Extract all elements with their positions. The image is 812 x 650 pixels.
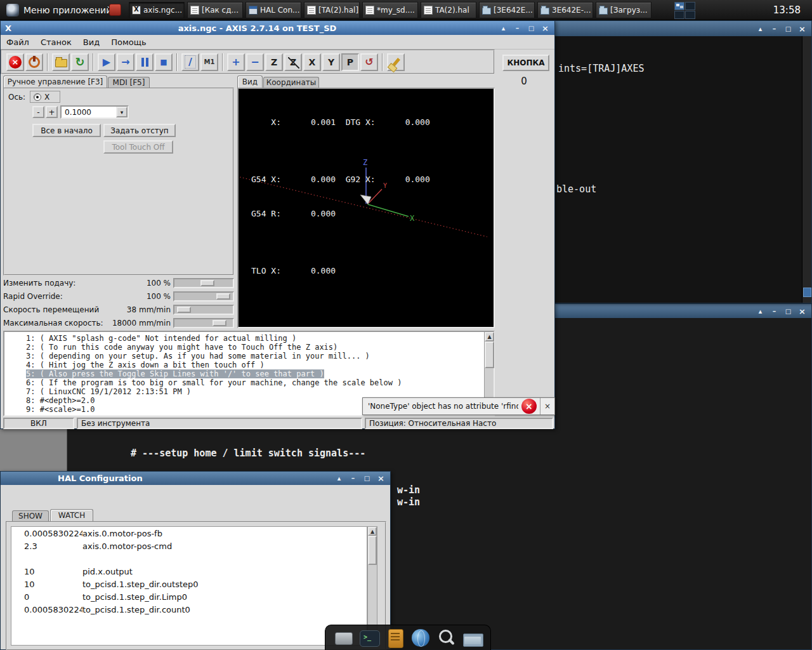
task-button[interactable]: [TA(2).hal] (304, 2, 360, 18)
task-button[interactable]: 3E642E-... (537, 2, 593, 18)
zoom-in-button[interactable]: + (227, 53, 245, 71)
slider-handle[interactable] (200, 280, 214, 286)
text-editor-icon[interactable] (385, 628, 405, 648)
view-front-button[interactable]: Y (322, 53, 340, 71)
search-icon[interactable] (436, 628, 457, 648)
slider-handle[interactable] (177, 307, 191, 313)
close-icon[interactable] (376, 474, 386, 483)
machine-power-button[interactable] (25, 53, 43, 71)
home-all-button[interactable]: Все в начало (32, 124, 101, 137)
shade-icon[interactable] (499, 23, 508, 33)
gcode-line[interactable]: 6: ( If the program is too big or small … (4, 378, 483, 387)
maximize-icon[interactable] (783, 307, 793, 316)
gcode-line[interactable]: 1: ( AXIS "splash g-code" Not intended f… (4, 334, 483, 343)
gcode-line[interactable]: 2: ( To run this code anyway you might h… (4, 343, 483, 352)
maximize-icon[interactable] (527, 23, 536, 33)
jog-increment-combobox[interactable]: 0.1000 (60, 105, 129, 119)
toggle-optional-stop-button[interactable]: M1 (200, 53, 218, 71)
web-browser-icon[interactable] (410, 628, 431, 648)
scrollbar-thumb[interactable] (803, 288, 811, 297)
rotate-view-button[interactable]: ↺ (360, 53, 378, 71)
gcode-line[interactable]: 4: ( Hint jog the Z axis down a bit then… (4, 361, 483, 369)
task-button[interactable]: [Загруз... (596, 2, 652, 18)
toast-close-icon[interactable] (540, 398, 554, 415)
task-button[interactable]: TA(2).hal (421, 2, 476, 18)
maximize-icon[interactable] (362, 474, 372, 483)
reload-button[interactable]: ↻ (71, 53, 89, 71)
open-file-button[interactable] (52, 53, 70, 71)
scrollbar[interactable] (802, 36, 811, 303)
tab-mdi[interactable]: MDI [F5] (108, 77, 150, 88)
file-manager-icon[interactable] (462, 628, 483, 648)
minimize-icon[interactable] (348, 474, 358, 483)
tab-watch[interactable]: WATCH (50, 509, 93, 521)
tab-manual-control[interactable]: Ручное управление [F3] (3, 76, 107, 88)
workspace-3[interactable] (674, 11, 684, 19)
background-window-1-titlebar[interactable] (555, 21, 811, 36)
step-button[interactable]: → (117, 53, 134, 71)
feed-override-slider[interactable] (173, 278, 234, 288)
scroll-up-icon[interactable]: ▲ (485, 332, 494, 342)
workspace-4[interactable] (685, 11, 695, 19)
jog-speed-slider[interactable] (173, 305, 234, 315)
run-button[interactable]: ▶ (98, 53, 115, 71)
workspace-2[interactable] (685, 2, 695, 10)
estop-button[interactable]: × (6, 53, 24, 71)
workspace-1[interactable] (674, 2, 684, 10)
shade-icon[interactable] (756, 307, 765, 316)
hal-titlebar[interactable]: HAL Configuration (1, 472, 390, 485)
rapid-override-slider[interactable] (173, 291, 234, 302)
axis-titlebar[interactable]: axis.ngc - AXIS 2.7.14 on TEST_SD (1, 21, 554, 35)
preview-canvas[interactable]: Z X Y X: 0.001 DTG X: 0.000 G54 X: 0.000… (237, 88, 495, 328)
close-icon[interactable] (797, 307, 807, 316)
pause-button[interactable] (136, 53, 154, 71)
minimize-icon[interactable] (513, 23, 522, 33)
zoom-out-button[interactable]: − (246, 53, 264, 71)
minimize-icon[interactable] (769, 307, 779, 316)
show-desktop-icon[interactable] (333, 628, 353, 648)
close-icon[interactable] (797, 24, 807, 34)
close-icon[interactable] (540, 23, 550, 33)
applications-menu-button[interactable]: Меню приложений (1, 1, 117, 19)
jog-minus-button[interactable]: - (32, 106, 44, 118)
launcher-icon[interactable] (109, 4, 121, 16)
toggle-skip-lines-button[interactable]: / (181, 53, 199, 71)
pyvcp-knopka-button[interactable]: КНОПКА (502, 55, 549, 71)
gcode-line[interactable]: 3: ( depending on your setup. As if you … (4, 352, 483, 361)
scrollbar-thumb[interactable] (368, 536, 377, 565)
scroll-up-icon[interactable]: ▲ (368, 527, 377, 536)
chevron-down-icon[interactable] (116, 107, 128, 117)
slider-handle[interactable] (216, 293, 230, 300)
minimize-icon[interactable] (769, 24, 779, 34)
menu-machine[interactable]: Станок (35, 35, 77, 49)
terminal-icon[interactable] (359, 628, 379, 648)
gcode-line-highlighted[interactable]: 5: ( Also press the Toggle Skip Lines wi… (4, 369, 483, 378)
menu-help[interactable]: Помощь (105, 35, 152, 49)
axis-x-radio[interactable] (34, 93, 41, 101)
task-button[interactable]: [3E642E... (479, 2, 535, 18)
maximize-icon[interactable] (783, 24, 793, 34)
max-velocity-slider[interactable] (173, 318, 234, 328)
slider-handle[interactable] (213, 320, 226, 326)
tool-touch-off-button[interactable]: Tool Touch Off (103, 140, 173, 154)
gcode-line[interactable]: 7: ( LinuxCNC 19/1/2012 2:13:51 PM ) (4, 387, 483, 396)
task-button[interactable]: *my_sd.... (362, 2, 418, 18)
tab-show[interactable]: SHOW (12, 510, 49, 521)
clear-plot-button[interactable] (387, 53, 405, 71)
touch-off-button[interactable]: Задать отступ (103, 124, 176, 137)
view-rotated-top-button[interactable]: Z (284, 53, 302, 71)
workspace-pager[interactable] (674, 2, 695, 19)
task-button[interactable]: HAL Con... (246, 2, 301, 18)
scrollbar-thumb[interactable] (485, 342, 494, 368)
menu-file[interactable]: Файл (1, 35, 35, 49)
tab-preview[interactable]: Вид (237, 76, 263, 88)
task-button[interactable]: [Как сд... (187, 2, 243, 18)
task-button-axis[interactable]: axis.ngc... (129, 2, 185, 18)
stop-button[interactable]: ■ (155, 53, 173, 71)
jog-plus-button[interactable]: + (46, 106, 58, 118)
tab-dro[interactable]: Координаты (263, 77, 319, 88)
view-perspective-button[interactable]: P (341, 53, 359, 71)
menu-view[interactable]: Вид (77, 35, 105, 49)
shade-icon[interactable] (334, 474, 344, 483)
shade-icon[interactable] (756, 24, 765, 34)
